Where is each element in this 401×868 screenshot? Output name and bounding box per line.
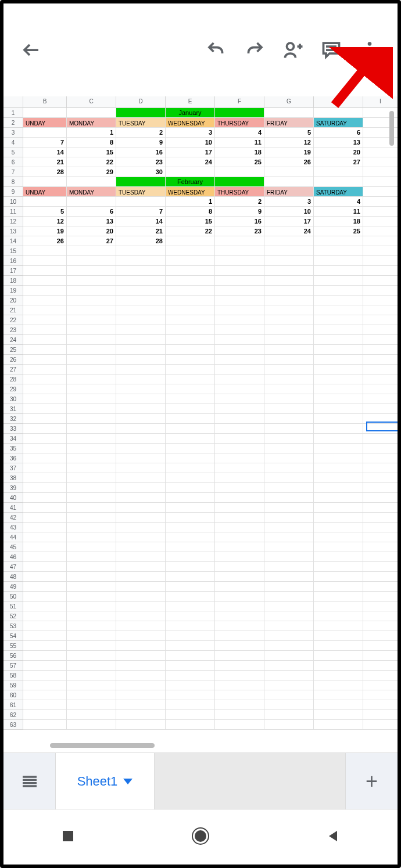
cell[interactable]: [67, 296, 116, 305]
cell[interactable]: [23, 374, 67, 384]
row-header[interactable]: 49: [3, 582, 23, 592]
cell[interactable]: [363, 641, 398, 651]
cell[interactable]: [116, 434, 166, 444]
cell[interactable]: [314, 453, 363, 463]
redo-button[interactable]: [238, 34, 271, 66]
cell[interactable]: [166, 552, 215, 562]
row-header[interactable]: 31: [3, 404, 23, 414]
cell[interactable]: [67, 177, 116, 187]
cell[interactable]: [67, 473, 116, 483]
share-button[interactable]: [277, 34, 309, 66]
row-header[interactable]: 21: [3, 305, 23, 315]
cell[interactable]: [215, 513, 264, 523]
cell[interactable]: [363, 720, 398, 730]
cell[interactable]: [314, 463, 363, 473]
row-header[interactable]: 8: [3, 177, 23, 187]
cell[interactable]: [314, 483, 363, 493]
cell[interactable]: [314, 315, 363, 325]
cell[interactable]: MONDAY: [67, 118, 116, 128]
cell[interactable]: [23, 542, 67, 552]
cell[interactable]: [363, 493, 398, 503]
cell[interactable]: [215, 394, 264, 404]
cell[interactable]: [166, 513, 215, 523]
cell[interactable]: TUESDAY: [116, 187, 166, 197]
cell[interactable]: [23, 335, 67, 345]
cell[interactable]: WEDNESDAY: [166, 118, 215, 128]
cell[interactable]: [67, 374, 116, 384]
cell[interactable]: [67, 700, 116, 710]
cell[interactable]: [215, 266, 264, 276]
cell[interactable]: [264, 483, 314, 493]
cell[interactable]: 27: [67, 236, 116, 246]
vertical-scrollbar[interactable]: [389, 111, 394, 146]
cell[interactable]: [264, 108, 314, 118]
cell[interactable]: 22: [166, 226, 215, 236]
cell[interactable]: [116, 463, 166, 473]
cell[interactable]: [116, 532, 166, 542]
cell[interactable]: [166, 404, 215, 414]
cell[interactable]: [166, 532, 215, 542]
cell[interactable]: [166, 483, 215, 493]
cell[interactable]: [215, 680, 264, 690]
cell[interactable]: [215, 582, 264, 592]
cell[interactable]: [363, 700, 398, 710]
cell[interactable]: [215, 542, 264, 552]
row-header[interactable]: 18: [3, 276, 23, 286]
cell[interactable]: [363, 680, 398, 690]
cell[interactable]: [116, 661, 166, 671]
cell[interactable]: [23, 197, 67, 207]
cell[interactable]: [116, 592, 166, 602]
cell[interactable]: [116, 621, 166, 631]
cell[interactable]: [215, 256, 264, 266]
cell[interactable]: [23, 651, 67, 661]
cell[interactable]: [264, 493, 314, 503]
cell[interactable]: [363, 315, 398, 325]
cell[interactable]: [67, 276, 116, 286]
cell[interactable]: [215, 177, 264, 187]
cell[interactable]: [23, 720, 67, 730]
cell[interactable]: [264, 276, 314, 286]
cell[interactable]: [314, 680, 363, 690]
cell[interactable]: 26: [264, 157, 314, 167]
cell[interactable]: 10: [264, 207, 314, 217]
cell[interactable]: [264, 473, 314, 483]
row-header[interactable]: 10: [3, 197, 23, 207]
cell[interactable]: [67, 542, 116, 552]
cell[interactable]: [314, 592, 363, 602]
cell[interactable]: [67, 444, 116, 453]
cell[interactable]: 2: [116, 128, 166, 138]
cell[interactable]: [314, 651, 363, 661]
cell[interactable]: UNDAY: [23, 118, 67, 128]
cell[interactable]: [23, 177, 67, 187]
cell[interactable]: [166, 305, 215, 315]
cell[interactable]: [264, 444, 314, 453]
row-header[interactable]: 7: [3, 167, 23, 177]
cell[interactable]: [116, 503, 166, 513]
all-sheets-button[interactable]: [3, 753, 56, 809]
cell[interactable]: [166, 671, 215, 680]
cell[interactable]: [363, 513, 398, 523]
cell[interactable]: [116, 394, 166, 404]
cell[interactable]: 21: [116, 226, 166, 236]
cell[interactable]: [314, 167, 363, 177]
cell[interactable]: [23, 592, 67, 602]
cell[interactable]: [264, 690, 314, 700]
cell[interactable]: [264, 246, 314, 256]
row-header[interactable]: 58: [3, 671, 23, 680]
cell[interactable]: [264, 414, 314, 424]
cell[interactable]: [363, 276, 398, 286]
cell[interactable]: [314, 690, 363, 700]
row-header[interactable]: 51: [3, 602, 23, 611]
cell[interactable]: [264, 651, 314, 661]
cell[interactable]: [67, 197, 116, 207]
cell[interactable]: [166, 562, 215, 572]
cell[interactable]: [23, 532, 67, 542]
cell[interactable]: [363, 671, 398, 680]
more-menu-button[interactable]: [353, 34, 386, 66]
cell[interactable]: [363, 592, 398, 602]
cell[interactable]: [67, 463, 116, 473]
cell[interactable]: SATURDAY: [314, 118, 363, 128]
cell[interactable]: [363, 345, 398, 355]
cell[interactable]: [264, 720, 314, 730]
cell[interactable]: 11: [314, 207, 363, 217]
